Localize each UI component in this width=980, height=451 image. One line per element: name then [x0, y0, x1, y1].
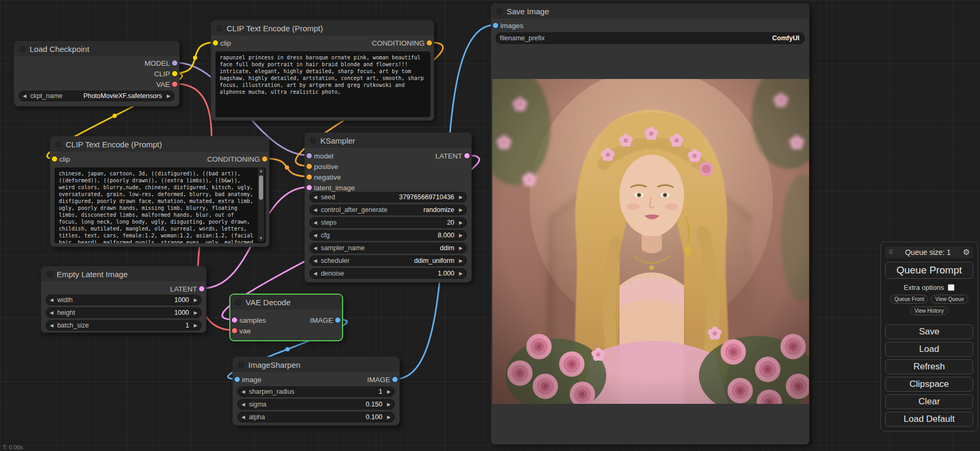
prev-value-arrow-icon[interactable]: ◀ — [50, 311, 53, 315]
collapse-dot-icon[interactable] — [310, 138, 316, 144]
collapse-dot-icon[interactable] — [236, 299, 241, 305]
prev-value-arrow-icon[interactable]: ◀ — [241, 402, 245, 407]
textarea-scrollbar[interactable]: ▲ ▼ — [258, 168, 264, 242]
collapse-dot-icon[interactable] — [56, 142, 61, 147]
prev-value-arrow-icon[interactable]: ◀ — [50, 323, 53, 328]
extra-options-checkbox[interactable] — [948, 284, 955, 291]
node-title-bar[interactable]: ImageSharpen — [233, 357, 399, 372]
cfg-widget[interactable]: ◀ cfg 8.000 ▶ — [309, 230, 467, 241]
scroll-down-icon[interactable]: ▼ — [259, 235, 263, 242]
save-button[interactable]: Save — [885, 324, 973, 339]
clipspace-button[interactable]: Clipspace — [885, 377, 973, 392]
menu-header[interactable]: ⠿ Queue size: 1 ⚙ — [885, 246, 973, 258]
next-value-arrow-icon[interactable]: ▶ — [387, 415, 391, 420]
node-save-image[interactable]: Save Image images filename_prefix ComfyU… — [491, 3, 810, 445]
positive-prompt-textarea[interactable]: rapunzel princess in dress baroque ornat… — [215, 51, 430, 117]
conditioning-slot-dot[interactable] — [307, 174, 312, 180]
next-value-arrow-icon[interactable]: ▶ — [459, 246, 463, 251]
next-value-arrow-icon[interactable]: ▶ — [459, 271, 463, 276]
sampler-name-widget[interactable]: ◀ sampler_name ddim ▶ — [309, 243, 467, 253]
latent-slot-dot[interactable] — [232, 317, 237, 323]
node-image-sharpen[interactable]: ImageSharpen image IMAGE ◀ sharpen_radiu… — [232, 357, 400, 426]
sigma-widget[interactable]: ◀ sigma 0.150 ▶ — [237, 399, 395, 410]
view-history-button[interactable]: View History — [910, 306, 948, 315]
sharpen-radius-widget[interactable]: ◀ sharpen_radius 1 ▶ — [237, 386, 395, 397]
ckpt-name-widget[interactable]: ◀ ckpt_name PhotoMovieXF.safetensors ▶ — [19, 91, 175, 101]
latent-slot-dot[interactable] — [307, 185, 312, 190]
prev-value-arrow-icon[interactable]: ◀ — [241, 415, 245, 420]
collapse-dot-icon[interactable] — [47, 271, 52, 277]
conditioning-slot-dot[interactable] — [427, 40, 432, 46]
prev-value-arrow-icon[interactable]: ◀ — [313, 246, 317, 251]
refresh-button[interactable]: Refresh — [885, 359, 973, 374]
control-after-generate-widget[interactable]: ◀ control_after_generate randomize ▶ — [309, 205, 467, 215]
generated-image-preview[interactable] — [492, 79, 809, 404]
prev-value-arrow-icon[interactable]: ◀ — [313, 233, 317, 238]
conditioning-slot-dot[interactable] — [307, 164, 312, 169]
next-value-arrow-icon[interactable]: ▶ — [459, 208, 463, 213]
queue-prompt-button[interactable]: Queue Prompt — [885, 262, 973, 279]
collapse-dot-icon[interactable] — [238, 362, 244, 368]
next-value-arrow-icon[interactable]: ▶ — [387, 390, 391, 394]
collapse-dot-icon[interactable] — [497, 8, 502, 14]
next-value-arrow-icon[interactable]: ▶ — [459, 195, 463, 200]
prev-value-arrow-icon[interactable]: ◀ — [313, 271, 317, 276]
next-value-arrow-icon[interactable]: ▶ — [194, 298, 197, 303]
seed-widget[interactable]: ◀ seed 379765669710436 ▶ — [309, 192, 467, 202]
node-ksampler[interactable]: KSampler model positive negative latent_… — [304, 132, 472, 282]
prev-value-arrow-icon[interactable]: ◀ — [50, 298, 53, 303]
node-title-bar[interactable]: Save Image — [491, 4, 809, 19]
node-title-bar[interactable]: CLIP Text Encode (Prompt) — [211, 21, 434, 36]
node-title-bar[interactable]: CLIP Text Encode (Prompt) — [50, 137, 269, 152]
next-value-arrow-icon[interactable]: ▶ — [459, 233, 463, 238]
drag-handle-icon[interactable]: ⠿ — [888, 249, 893, 256]
node-title-bar[interactable]: VAE Decode — [230, 295, 342, 309]
node-title-bar[interactable]: Empty Latent Image — [41, 267, 206, 281]
next-value-arrow-icon[interactable]: ▶ — [194, 323, 197, 328]
clip-slot-dot[interactable] — [172, 71, 177, 76]
conditioning-slot-dot[interactable] — [262, 156, 267, 162]
node-title-bar[interactable]: Load Checkpoint — [14, 41, 179, 56]
negative-prompt-textarea[interactable]: chinese, japan, cartoon, 3d, ((disfigure… — [55, 167, 266, 243]
prev-value-arrow-icon[interactable]: ◀ — [313, 220, 317, 225]
scroll-up-icon[interactable]: ▲ — [259, 168, 263, 174]
image-slot-dot[interactable] — [392, 377, 398, 382]
steps-widget[interactable]: ◀ steps 20 ▶ — [309, 217, 467, 228]
vae-slot-dot[interactable] — [232, 328, 237, 333]
latent-slot-dot[interactable] — [199, 286, 204, 291]
prev-value-arrow-icon[interactable]: ◀ — [241, 390, 245, 394]
scheduler-widget[interactable]: ◀ scheduler ddim_uniform ▶ — [309, 255, 467, 266]
queue-front-button[interactable]: Queue Front — [890, 295, 928, 304]
node-graph-canvas[interactable]: Load Checkpoint MODEL CLIP VAE ◀ ckpt_na… — [0, 0, 980, 451]
alpha-widget[interactable]: ◀ alpha 0.100 ▶ — [237, 412, 395, 422]
view-queue-button[interactable]: View Queue — [931, 295, 968, 304]
node-clip-text-encode-negative[interactable]: CLIP Text Encode (Prompt) clip CONDITION… — [50, 136, 269, 247]
vae-slot-dot[interactable] — [172, 82, 177, 87]
settings-gear-icon[interactable]: ⚙ — [963, 247, 970, 257]
prev-value-arrow-icon[interactable]: ◀ — [313, 208, 317, 213]
model-slot-dot[interactable] — [172, 60, 177, 66]
node-vae-decode[interactable]: VAE Decode samples vae IMAGE — [230, 294, 343, 341]
node-title-bar[interactable]: KSampler — [305, 133, 471, 148]
next-value-arrow-icon[interactable]: ▶ — [387, 402, 391, 407]
image-slot-dot[interactable] — [235, 377, 240, 382]
node-clip-text-encode-positive[interactable]: CLIP Text Encode (Prompt) clip CONDITION… — [211, 20, 434, 121]
prev-value-arrow-icon[interactable]: ◀ — [313, 259, 317, 263]
collapse-dot-icon[interactable] — [20, 46, 25, 52]
node-empty-latent-image[interactable]: Empty Latent Image LATENT ◀ width 1000 ▶… — [41, 266, 206, 333]
clip-slot-dot[interactable] — [213, 40, 218, 46]
image-slot-dot[interactable] — [335, 317, 340, 323]
denoise-widget[interactable]: ◀ denoise 1.000 ▶ — [309, 268, 467, 279]
latent-slot-dot[interactable] — [464, 153, 470, 158]
image-slot-dot[interactable] — [493, 23, 498, 28]
clip-slot-dot[interactable] — [52, 156, 57, 162]
model-slot-dot[interactable] — [307, 153, 312, 158]
next-value-arrow-icon[interactable]: ▶ — [459, 259, 463, 263]
prev-value-arrow-icon[interactable]: ◀ — [23, 94, 26, 99]
scrollbar-thumb[interactable] — [259, 175, 263, 200]
next-value-arrow-icon[interactable]: ▶ — [167, 94, 170, 99]
prev-value-arrow-icon[interactable]: ◀ — [313, 195, 317, 200]
collapse-dot-icon[interactable] — [217, 25, 222, 31]
next-value-arrow-icon[interactable]: ▶ — [194, 311, 197, 315]
clear-button[interactable]: Clear — [885, 394, 973, 409]
